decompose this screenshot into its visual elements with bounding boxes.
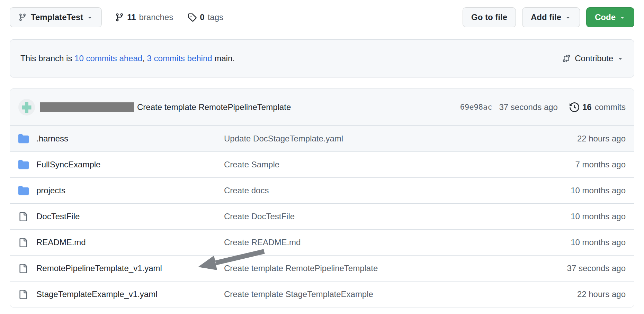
branches-count: 11 <box>127 12 136 22</box>
branches-label: branches <box>139 12 173 22</box>
git-branch-icon <box>18 13 27 21</box>
add-file-label: Add file <box>531 12 561 22</box>
commit-count-label: commits <box>595 102 626 112</box>
contribute-label: Contribute <box>575 54 613 63</box>
file-icon <box>18 290 36 299</box>
file-row: projectsCreate docs10 months ago <box>10 177 634 203</box>
commit-message-link[interactable]: Create template StageTemplateExample <box>224 289 373 299</box>
file-updated-time: 37 seconds ago <box>539 264 626 273</box>
commit-message-link[interactable]: Update DocStageTemplate.yaml <box>224 134 343 143</box>
file-name-link[interactable]: DocTestFile <box>36 212 80 221</box>
commit-time: 37 seconds ago <box>499 102 557 112</box>
code-label: Code <box>595 12 616 22</box>
add-file-button[interactable]: Add file <box>522 7 580 27</box>
file-listing-box: Create template RemotePipelineTemplate 6… <box>10 89 634 307</box>
tag-icon <box>188 13 197 22</box>
commit-count-number: 16 <box>582 102 592 112</box>
current-branch-label: TemplateTest <box>31 12 83 22</box>
chevron-down-icon <box>87 14 93 21</box>
commit-history-link[interactable]: 16 commits <box>570 102 626 112</box>
commits-behind-link[interactable]: 3 commits behind <box>147 54 212 63</box>
file-updated-time: 22 hours ago <box>539 289 626 299</box>
file-name-link[interactable]: .harness <box>36 134 68 143</box>
contribute-button[interactable]: Contribute <box>562 54 624 63</box>
repo-actions: Go to file Add file Code <box>463 7 634 27</box>
repo-counts: 11 branches 0 tags <box>115 12 223 22</box>
commit-message-link[interactable]: Create template RemotePipelineTemplate <box>224 264 378 273</box>
file-updated-time: 10 months ago <box>539 186 626 195</box>
file-name-link[interactable]: StageTemplateExample_v1.yaml <box>36 289 158 299</box>
folder-icon <box>18 159 36 170</box>
file-icon <box>18 238 36 247</box>
chevron-down-icon <box>565 14 571 21</box>
file-name-link[interactable]: projects <box>36 186 65 195</box>
go-to-file-button[interactable]: Go to file <box>463 7 516 27</box>
file-row: StageTemplateExample_v1.yamlCreate templ… <box>10 281 634 307</box>
file-row: README.mdCreate README.md10 months ago <box>10 229 634 255</box>
commit-message-link[interactable]: Create docs <box>224 186 269 195</box>
commit-message-link[interactable]: Create README.md <box>224 238 301 247</box>
author-avatar[interactable] <box>18 99 35 116</box>
file-updated-time: 7 months ago <box>539 160 626 169</box>
latest-commit-header: Create template RemotePipelineTemplate 6… <box>10 89 634 126</box>
commit-message-link[interactable]: Create DocTestFile <box>224 212 295 221</box>
chevron-down-icon <box>619 14 626 21</box>
commit-hash-link[interactable]: 69e98ac <box>460 103 492 111</box>
branch-status-prefix: This branch is <box>20 54 74 63</box>
git-branch-icon <box>115 13 124 22</box>
branch-status-separator: , <box>142 54 147 63</box>
file-icon <box>18 264 36 273</box>
history-clock-icon <box>570 102 579 112</box>
tags-link[interactable]: 0 tags <box>188 12 223 22</box>
file-row: RemotePipelineTemplate_v1.yamlCreate tem… <box>10 255 634 281</box>
branch-status-banner: This branch is 10 commits ahead, 3 commi… <box>10 39 634 77</box>
file-name-link[interactable]: RemotePipelineTemplate_v1.yaml <box>36 264 162 273</box>
avatar-plus-glyph <box>18 99 35 116</box>
file-updated-time: 10 months ago <box>539 238 626 247</box>
git-compare-icon <box>562 54 571 63</box>
file-icon <box>18 212 36 221</box>
author-name-redaction <box>40 102 134 112</box>
tags-label: tags <box>208 12 223 22</box>
file-name-link[interactable]: FullSyncExample <box>36 160 100 169</box>
latest-commit-message-link[interactable]: Create template RemotePipelineTemplate <box>137 102 291 112</box>
file-updated-time: 10 months ago <box>539 212 626 221</box>
commit-message-link[interactable]: Create Sample <box>224 160 279 169</box>
repo-page: TemplateTest 11 branches 0 tags Go to fi… <box>0 0 644 314</box>
file-list: .harnessUpdate DocStageTemplate.yaml22 h… <box>10 126 634 307</box>
file-row: FullSyncExampleCreate Sample7 months ago <box>10 151 634 177</box>
branch-status-text: This branch is 10 commits ahead, 3 commi… <box>20 54 235 63</box>
file-row: DocTestFileCreate DocTestFile10 months a… <box>10 203 634 229</box>
tags-count: 0 <box>200 12 204 22</box>
go-to-file-label: Go to file <box>471 12 507 22</box>
file-updated-time: 22 hours ago <box>539 134 626 144</box>
repo-toolbar: TemplateTest 11 branches 0 tags Go to fi… <box>10 7 634 28</box>
branch-status-suffix: main. <box>212 54 235 63</box>
commits-ahead-link[interactable]: 10 commits ahead <box>74 54 142 63</box>
folder-icon <box>18 185 36 196</box>
file-row: .harnessUpdate DocStageTemplate.yaml22 h… <box>10 126 634 151</box>
branches-link[interactable]: 11 branches <box>115 12 173 22</box>
chevron-down-icon <box>617 55 624 62</box>
folder-icon <box>18 133 36 144</box>
branch-selector-button[interactable]: TemplateTest <box>10 7 102 27</box>
code-button[interactable]: Code <box>586 7 634 27</box>
file-name-link[interactable]: README.md <box>36 238 86 247</box>
